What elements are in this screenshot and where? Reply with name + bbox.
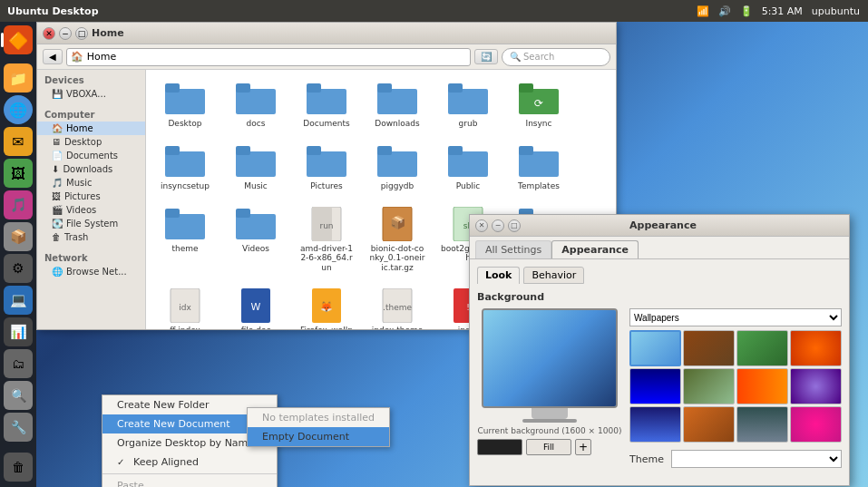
- launcher-icon-settings[interactable]: 🔧: [4, 413, 33, 442]
- fm-sidebar-browse-network[interactable]: 🌐Browse Net...: [37, 265, 145, 278]
- fm-item-insyncsetup[interactable]: insyncsetup: [153, 140, 217, 195]
- fm-sidebar-videos[interactable]: 🎬Videos: [37, 203, 145, 217]
- fm-sidebar-device-vbox[interactable]: 💾VBOXA...: [37, 87, 145, 101]
- launcher-icon-files[interactable]: 📁: [4, 63, 33, 93]
- wallpaper-thumb-9[interactable]: [629, 406, 681, 443]
- svg-rect-0: [165, 89, 205, 114]
- fm-item-videos[interactable]: Videos: [224, 202, 288, 277]
- fm-item-label-bionic: bionic-dot-conky_0.1-oneiric.tar.gz: [369, 244, 425, 273]
- monitor-base: [522, 419, 577, 423]
- monitor-stand: [532, 408, 568, 419]
- fm-item-piggydb[interactable]: piggydb: [366, 140, 429, 195]
- fm-back-button[interactable]: ◀: [43, 49, 63, 64]
- wallpaper-thumb-8[interactable]: [790, 368, 842, 404]
- fm-item-label-piggydb: piggydb: [381, 181, 414, 191]
- launcher-icon-mail[interactable]: ✉: [4, 127, 33, 156]
- bg-add-button[interactable]: +: [575, 439, 591, 455]
- wallpaper-thumb-11[interactable]: [736, 406, 788, 443]
- tab-appearance[interactable]: Appearance: [551, 240, 639, 258]
- wallpaper-thumb-6[interactable]: [683, 368, 735, 404]
- fm-item-theme[interactable]: theme: [153, 202, 217, 277]
- launcher-icon-app2[interactable]: ⚙: [4, 254, 33, 283]
- background-section-label: Background: [477, 291, 842, 303]
- fm-item-icon-ffindex: idx: [163, 287, 207, 324]
- wallpaper-thumb-10[interactable]: [683, 406, 735, 443]
- wallpaper-thumb-5[interactable]: [629, 368, 681, 404]
- fm-sidebar-desktop[interactable]: 🖥Desktop: [37, 135, 145, 149]
- fm-sidebar-downloads[interactable]: ⬇Downloads: [37, 162, 145, 176]
- fm-item-insync[interactable]: ⟳ Insync: [507, 77, 571, 132]
- fm-item-docs[interactable]: docs: [224, 77, 288, 132]
- fm-minimize-button[interactable]: −: [59, 27, 72, 40]
- fm-item-music[interactable]: Music: [224, 140, 288, 195]
- bg-fill-button[interactable]: Fill: [526, 439, 571, 455]
- fm-item-firefox-wallpaper[interactable]: 🦊 Firefox_wallpaper.png: [295, 284, 358, 329]
- launcher-icon-ubuntu[interactable]: 🔶: [4, 25, 33, 54]
- fm-item-icon-templates: [517, 143, 561, 180]
- fm-item-icon-videos: [234, 206, 278, 242]
- fm-sidebar-music[interactable]: 🎵Music: [37, 176, 145, 190]
- submenu-empty-document[interactable]: Empty Document: [248, 427, 389, 446]
- fm-item-label-downloads: Downloads: [375, 119, 419, 129]
- launcher-icon-app3[interactable]: 💻: [4, 286, 33, 315]
- fm-address-bar[interactable]: 🏠 Home: [66, 48, 471, 66]
- launcher-icon-browser[interactable]: 🌐: [4, 95, 33, 124]
- svg-text:⟳: ⟳: [534, 97, 543, 110]
- subtab-behavior[interactable]: Behavior: [523, 267, 584, 284]
- svg-text:idx: idx: [179, 303, 191, 312]
- context-menu-organize-label: Organize Desktop by Name: [117, 437, 254, 449]
- fm-maximize-button[interactable]: □: [75, 27, 88, 40]
- fm-close-button[interactable]: ✕: [43, 27, 55, 40]
- fm-sidebar-pictures[interactable]: 🖼Pictures: [37, 190, 145, 203]
- fm-item-documents[interactable]: Documents: [295, 77, 358, 132]
- wallpaper-thumb-2[interactable]: [683, 330, 735, 366]
- appearance-dialog-maximize[interactable]: □: [508, 219, 521, 232]
- wallpaper-thumb-1[interactable]: [629, 330, 681, 366]
- launcher-icon-app4[interactable]: 📊: [4, 317, 33, 346]
- fm-item-desktop[interactable]: Desktop: [153, 77, 217, 132]
- fm-item-ffindex[interactable]: idx ff.index: [153, 284, 217, 329]
- wallpaper-thumb-7[interactable]: [736, 368, 788, 404]
- battery-indicator: 🔋: [737, 5, 756, 17]
- fm-item-label-documents: Documents: [303, 119, 349, 129]
- context-menu-keep-aligned[interactable]: ✓ Keep Aligned: [102, 453, 277, 472]
- launcher-icon-app6[interactable]: 🔍: [4, 381, 33, 410]
- fm-search-box[interactable]: 🔍 Search: [502, 48, 610, 66]
- appearance-dialog-close[interactable]: ✕: [475, 219, 488, 232]
- fm-sidebar-filesystem[interactable]: 💽File System: [37, 217, 145, 230]
- wallpaper-thumb-4[interactable]: [790, 330, 842, 366]
- fm-item-public[interactable]: Public: [436, 140, 500, 195]
- launcher-icon-media[interactable]: 🎵: [4, 190, 33, 219]
- wallpaper-thumb-3[interactable]: [736, 330, 788, 366]
- theme-dropdown[interactable]: [671, 450, 842, 468]
- wallpaper-thumb-12[interactable]: [790, 406, 842, 443]
- launcher-icon-photos[interactable]: 🖼: [4, 159, 33, 188]
- fm-sidebar-home[interactable]: 🏠Home: [37, 122, 145, 135]
- fm-sidebar-trash[interactable]: 🗑Trash: [37, 230, 145, 244]
- svg-rect-7: [377, 83, 392, 93]
- launcher-icon-app1[interactable]: 📦: [4, 222, 33, 251]
- fm-item-icon-filedoc: W: [234, 287, 278, 324]
- svg-rect-13: [165, 151, 205, 177]
- fm-item-templates[interactable]: Templates: [507, 140, 571, 195]
- fm-item-downloads[interactable]: Downloads: [366, 77, 429, 132]
- wallpaper-dropdown[interactable]: Wallpapers Colors Pictures Folder: [629, 308, 842, 326]
- volume-indicator: 🔊: [716, 5, 734, 17]
- svg-rect-3: [236, 83, 250, 93]
- svg-text:📦: 📦: [390, 215, 406, 230]
- fm-item-pictures[interactable]: Pictures: [295, 140, 358, 195]
- tab-all-settings[interactable]: All Settings: [475, 240, 551, 258]
- appearance-dialog-minimize[interactable]: −: [492, 219, 504, 232]
- fm-item-grub[interactable]: grub: [436, 77, 500, 132]
- subtab-look[interactable]: Look: [477, 267, 520, 284]
- fm-sidebar-documents[interactable]: 📄Documents: [37, 149, 145, 162]
- fm-item-indextheme[interactable]: .theme index.theme: [366, 284, 429, 329]
- submenu-no-templates: No templates installed: [248, 408, 389, 427]
- fm-item-bionic[interactable]: 📦 bionic-dot-conky_0.1-oneiric.tar.gz: [366, 202, 429, 277]
- fm-item-amd-driver[interactable]: run amd-driver-12-6-x86_64.run: [295, 202, 358, 277]
- launcher-icon-app5[interactable]: 🗂: [4, 349, 33, 378]
- launcher-icon-trash[interactable]: 🗑: [4, 453, 33, 482]
- fm-reload-button[interactable]: 🔄: [474, 49, 498, 64]
- bg-color-picker[interactable]: [477, 439, 522, 455]
- fm-item-filedoc[interactable]: W file.doc: [224, 284, 288, 329]
